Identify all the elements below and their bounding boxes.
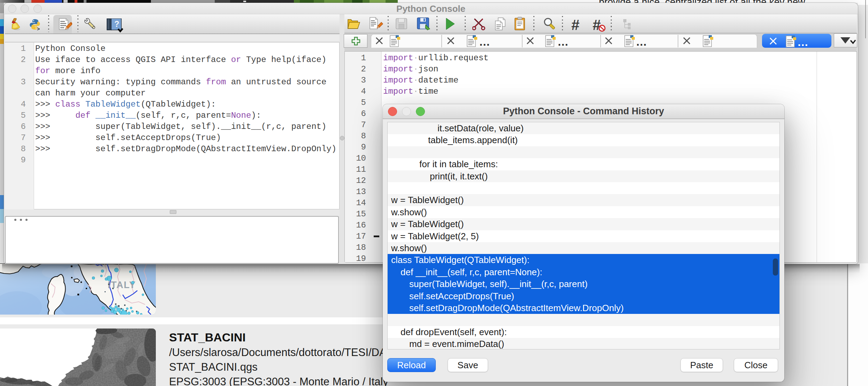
svg-text:>: > <box>37 26 40 31</box>
svg-text:ITALY: ITALY <box>108 280 136 290</box>
svg-text:?: ? <box>114 20 119 29</box>
